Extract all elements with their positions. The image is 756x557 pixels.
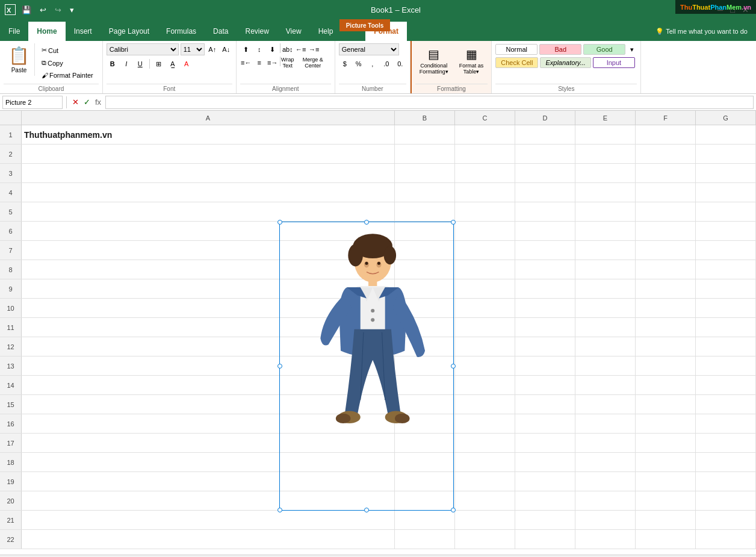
resize-handle-mr[interactable]	[451, 364, 456, 369]
redo-button[interactable]: ↪	[52, 4, 64, 16]
cut-button[interactable]: ✂ Cut	[39, 45, 96, 56]
currency-button[interactable]: $	[339, 58, 351, 70]
copy-icon: ⧉	[42, 59, 46, 67]
svg-point-11	[336, 414, 351, 423]
name-box[interactable]: Picture 2	[2, 96, 63, 109]
cell-b1[interactable]	[395, 125, 455, 144]
tab-review[interactable]: Review	[237, 22, 277, 41]
tab-help[interactable]: Help	[310, 22, 342, 41]
ribbon: 📋 Paste ✂ Cut ⧉ Copy 🖌 Format Painter Cl…	[0, 41, 756, 94]
tab-data[interactable]: Data	[205, 22, 237, 41]
font-color-button[interactable]: A	[181, 58, 193, 70]
cell-c1[interactable]	[455, 125, 515, 144]
styles-content: Normal Bad Good ▾ Check Cell Explanatory…	[495, 43, 637, 84]
customize-qat-button[interactable]: ▾	[67, 4, 76, 16]
paste-button[interactable]: 📋 Paste	[4, 43, 35, 76]
italic-button[interactable]: I	[120, 58, 132, 70]
format-painter-button[interactable]: 🖌 Format Painter	[39, 70, 96, 81]
col-header-f[interactable]: F	[636, 111, 696, 125]
col-header-b[interactable]: B	[395, 111, 455, 125]
fill-color-button[interactable]: A̲	[167, 58, 179, 70]
cut-icon: ✂	[42, 46, 47, 54]
table-row: 1 Thuthuatphanmem.vn	[0, 125, 756, 145]
undo-button[interactable]: ↩	[37, 4, 49, 16]
cell-d1[interactable]	[515, 125, 575, 144]
cut-label: Cut	[48, 47, 58, 54]
tab-view[interactable]: View	[277, 22, 310, 41]
cell-a1[interactable]: Thuthuatphanmem.vn	[22, 125, 395, 144]
border-button[interactable]: ⊞	[153, 58, 165, 70]
spreadsheet: A B C D E F G 1 Thuthuatphanmem.vn 2 3 4…	[0, 111, 756, 555]
style-good[interactable]: Good	[583, 44, 625, 55]
resize-handle-tm[interactable]	[364, 220, 369, 225]
save-button[interactable]: 💾	[19, 4, 34, 16]
text-direction-button[interactable]: ab↕	[282, 43, 294, 55]
formula-input[interactable]	[105, 96, 754, 109]
number-content: General $ % , .0 0.	[339, 43, 406, 84]
tell-me-input[interactable]: 💡 Tell me what you want to do	[647, 22, 756, 41]
copy-label: Copy	[48, 60, 63, 67]
title-bar-right: ThuThuatPhanMem.vn ─ □ ✕	[715, 4, 751, 16]
tab-formulas[interactable]: Formulas	[158, 22, 205, 41]
wrap-text-button[interactable]: Wrap Text	[282, 57, 294, 69]
bold-button[interactable]: B	[107, 58, 119, 70]
decrease-decimal-button[interactable]: 0.	[394, 58, 406, 70]
formula-cancel-button[interactable]: ✕	[70, 98, 81, 107]
align-right-button[interactable]: ≡→	[267, 57, 279, 69]
formula-function-button[interactable]: fx	[93, 98, 103, 107]
ribbon-group-alignment: ⬆ ↕ ⬇ ab↕ ←≡ →≡ ≡← ≡ ≡→ Wrap Text Merge …	[237, 41, 335, 93]
indent-increase-button[interactable]: →≡	[308, 43, 320, 55]
style-input[interactable]: Input	[593, 57, 635, 68]
table-row: 5	[0, 202, 756, 222]
resize-handle-bm[interactable]	[364, 508, 369, 512]
font-size-select[interactable]: 11	[181, 43, 205, 55]
tab-home[interactable]: Home	[28, 22, 65, 41]
style-explanatory[interactable]: Explanatory...	[540, 57, 590, 68]
styles-more-button[interactable]: ▾	[627, 43, 637, 55]
picture-2[interactable]	[279, 222, 454, 511]
increase-font-button[interactable]: A↑	[206, 43, 218, 55]
style-normal[interactable]: Normal	[495, 44, 538, 55]
merge-center-button[interactable]: Merge & Center	[295, 57, 331, 69]
format-as-table-button[interactable]: ▦ Format asTable▾	[455, 43, 488, 78]
tab-insert[interactable]: Insert	[66, 22, 101, 41]
format-painter-label: Format Painter	[49, 72, 93, 79]
col-header-d[interactable]: D	[515, 111, 575, 125]
increase-decimal-button[interactable]: .0	[380, 58, 392, 70]
decrease-font-button[interactable]: A↓	[220, 43, 232, 55]
conditional-formatting-button[interactable]: ▤ ConditionalFormatting▾	[415, 43, 453, 78]
align-top-button[interactable]: ⬆	[240, 43, 252, 55]
align-bottom-button[interactable]: ⬇	[267, 43, 279, 55]
conditional-formatting-label: ConditionalFormatting▾	[420, 63, 448, 75]
resize-handle-br[interactable]	[451, 508, 456, 512]
comma-button[interactable]: ,	[367, 58, 379, 70]
formula-confirm-button[interactable]: ✓	[82, 98, 92, 107]
resize-handle-tr[interactable]	[451, 220, 456, 225]
number-format-select[interactable]: General	[339, 43, 399, 55]
percent-button[interactable]: %	[353, 58, 365, 70]
cell-g1[interactable]	[696, 125, 756, 144]
col-header-e[interactable]: E	[575, 111, 636, 125]
format-as-table-icon: ▦	[466, 47, 477, 61]
col-header-c[interactable]: C	[455, 111, 515, 125]
resize-handle-tl[interactable]	[277, 220, 282, 225]
align-left-button[interactable]: ≡←	[240, 57, 252, 69]
col-header-a[interactable]: A	[22, 111, 395, 125]
tab-file[interactable]: File	[0, 22, 28, 41]
cell-e1[interactable]	[575, 125, 636, 144]
style-bad[interactable]: Bad	[539, 44, 581, 55]
cell-f1[interactable]	[636, 125, 696, 144]
watermark-thuat: Thuat	[692, 4, 710, 11]
font-name-select[interactable]: Calibri	[107, 43, 179, 55]
formula-bar-separator	[66, 96, 67, 108]
resize-handle-ml[interactable]	[277, 364, 282, 369]
style-check-cell[interactable]: Check Cell	[495, 57, 538, 68]
indent-decrease-button[interactable]: ←≡	[295, 43, 307, 55]
copy-button[interactable]: ⧉ Copy	[39, 57, 96, 69]
align-center-button[interactable]: ≡	[253, 57, 265, 69]
tab-pagelayout[interactable]: Page Layout	[101, 22, 158, 41]
underline-button[interactable]: U	[134, 58, 146, 70]
align-middle-button[interactable]: ↕	[253, 43, 265, 55]
resize-handle-bl[interactable]	[277, 508, 282, 512]
col-header-g[interactable]: G	[696, 111, 756, 125]
